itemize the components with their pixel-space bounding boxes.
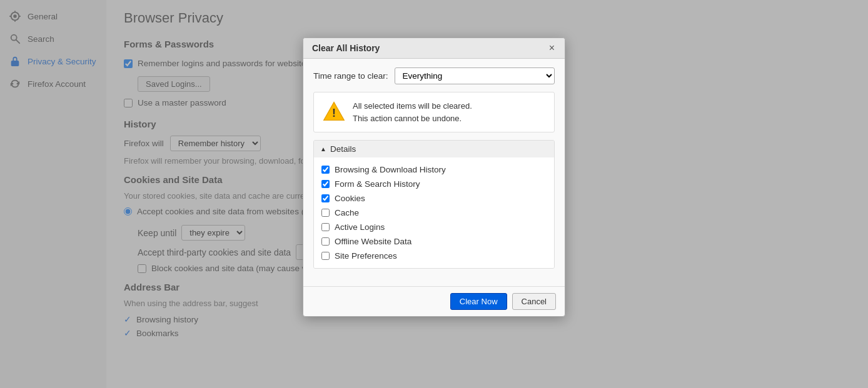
clear-history-dialog: Clear All History × Time range to clear:… [303,37,565,317]
checkbox-cache-label: Cache [335,208,359,217]
checkbox-cookies-input[interactable] [321,194,330,202]
checkbox-form-search: Form & Search History [321,177,547,191]
checkbox-cache: Cache [321,206,547,220]
modal-overlay: Clear All History × Time range to clear:… [0,0,868,388]
checkbox-browsing: Browsing & Download History [321,162,547,177]
checkbox-cache-input[interactable] [321,209,330,217]
dialog-close-button[interactable]: × [548,43,556,53]
clear-now-button[interactable]: Clear Now [450,293,507,310]
dialog-title: Clear All History [312,43,380,53]
dialog-header: Clear All History × [303,38,565,59]
checkbox-cookies: Cookies [321,191,547,206]
checkbox-browsing-input[interactable] [321,166,330,174]
checkbox-offline-data-label: Offline Website Data [335,237,411,246]
warning-text: All selected items will be cleared. This… [353,100,472,124]
details-header[interactable]: ▲ Details [314,141,554,157]
details-section: ▲ Details Browsing & Download History Fo… [313,140,555,269]
checkbox-site-prefs-input[interactable] [321,252,330,260]
time-range-row: Time range to clear: Everything [313,67,555,84]
checkbox-active-logins-input[interactable] [321,223,330,231]
warning-line1: All selected items will be cleared. [353,100,472,112]
checkbox-active-logins: Active Logins [321,220,547,234]
cancel-button[interactable]: Cancel [512,293,556,310]
time-range-label: Time range to clear: [313,71,388,81]
details-chevron-icon: ▲ [320,146,326,152]
svg-text:!: ! [332,107,336,119]
details-label: Details [330,144,356,154]
app-container: General Search Privacy & Security [0,0,868,388]
checkbox-offline-data: Offline Website Data [321,234,547,249]
checkbox-active-logins-label: Active Logins [335,222,385,232]
checkbox-form-search-label: Form & Search History [335,179,420,189]
checkbox-site-prefs: Site Preferences [321,249,547,263]
checkbox-site-prefs-label: Site Preferences [335,251,397,261]
checkbox-offline-data-input[interactable] [321,237,330,246]
dialog-body: Time range to clear: Everything ! All se… [303,59,565,286]
time-range-select[interactable]: Everything [395,67,555,84]
warning-icon: ! [323,100,345,122]
dialog-footer: Clear Now Cancel [303,286,565,316]
checkbox-cookies-label: Cookies [335,194,365,203]
warning-box: ! All selected items will be cleared. Th… [313,92,555,132]
details-content: Browsing & Download History Form & Searc… [314,157,554,268]
warning-line2: This action cannot be undone. [353,112,472,125]
checkbox-form-search-input[interactable] [321,180,330,188]
checkbox-browsing-label: Browsing & Download History [335,165,446,174]
